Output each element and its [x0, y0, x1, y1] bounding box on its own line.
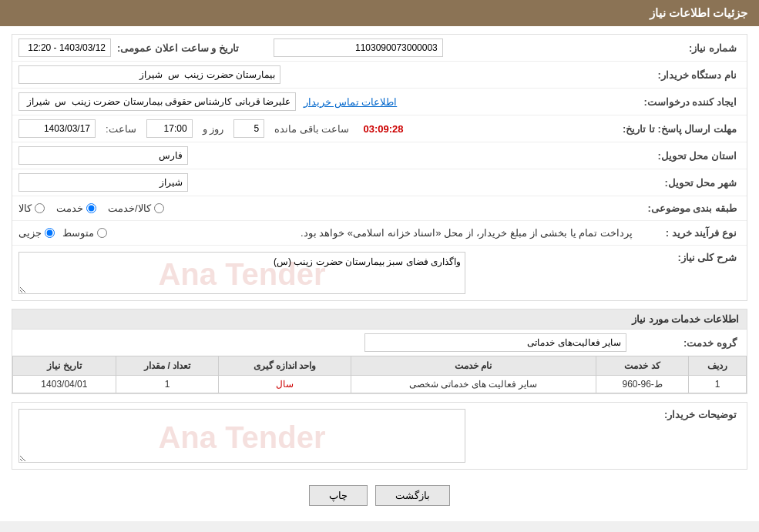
creator-input	[18, 92, 296, 111]
buyer-notes-box: Ana Tender	[18, 409, 633, 465]
process-row: نوع فرآیند خرید : پرداخت تمام یا بخشی از…	[12, 221, 747, 246]
deadline-remaining: 03:09:28	[363, 123, 403, 135]
group-service-row: گروه خدمت:	[12, 330, 747, 356]
city-value-box	[18, 173, 633, 192]
category-kala-khedmat[interactable]: کالا/خدمت	[108, 202, 164, 214]
description-row: شرح کلی نیاز: Ana Tender	[12, 246, 747, 300]
city-input	[18, 173, 188, 192]
page-title: جزئیات اطلاعات نیاز	[0, 0, 759, 26]
process-note: پرداخت تمام یا بخشی از مبلغ خریدار، از م…	[115, 227, 633, 239]
process-jozi[interactable]: جزیی	[18, 227, 55, 239]
buyer-notes-section: توضیحات خریدار: Ana Tender	[12, 402, 747, 470]
city-label: شهر محل تحویل:	[633, 177, 741, 189]
print-button[interactable]: چاپ	[309, 485, 368, 506]
description-wrapper: Ana Tender	[18, 252, 465, 296]
creator-value-box: اطلاعات تماس خریدار	[18, 92, 633, 111]
group-value-box	[364, 333, 626, 352]
cell-unit: سال	[219, 376, 351, 393]
description-label: شرح کلی نیاز:	[633, 252, 741, 263]
province-input	[18, 146, 188, 165]
deadline-time-input	[146, 119, 193, 138]
announce-label: تاریخ و ساعت اعلان عمومی:	[117, 42, 243, 54]
deadline-time-row: 03:09:28 ساعت باقی مانده روز و ساعت:	[18, 119, 623, 138]
col-service-code: کد خدمت	[596, 356, 688, 376]
col-row-num: ردیف	[689, 356, 747, 376]
main-form: شماره نیاز: تاریخ و ساعت اعلان عمومی: نا…	[12, 34, 747, 301]
group-input	[364, 333, 626, 352]
process-value-box: پرداخت تمام یا بخشی از مبلغ خریدار، از م…	[18, 227, 633, 239]
deadline-date-input	[18, 119, 96, 138]
creator-label: ایجاد کننده درخواست:	[633, 96, 741, 108]
deadline-time-label: ساعت:	[106, 123, 136, 135]
cell-service-name: سایر فعالیت های خدماتی شخصی	[351, 376, 596, 393]
page-wrapper: جزئیات اطلاعات نیاز شماره نیاز: تاریخ و …	[0, 0, 759, 521]
province-row: استان محل تحویل:	[12, 142, 747, 169]
category-kala[interactable]: کالا	[18, 202, 45, 214]
group-label: گروه خدمت:	[633, 337, 741, 349]
category-radio-group: کالا/خدمت خدمت کالا	[18, 202, 633, 214]
category-radio-kala-khedmat[interactable]	[154, 203, 164, 213]
need-number-label: شماره نیاز:	[633, 42, 741, 54]
category-khedmat[interactable]: خدمت	[56, 202, 96, 214]
back-button[interactable]: بازگشت	[375, 485, 450, 506]
creator-row: ایجاد کننده درخواست: اطلاعات تماس خریدار	[12, 89, 747, 115]
process-radio-motavsat[interactable]	[97, 228, 107, 238]
col-date: تاریخ نیاز	[13, 356, 116, 376]
category-khedmat-label: خدمت	[56, 202, 83, 214]
category-radio-kala[interactable]	[35, 203, 45, 213]
buyer-notes-row: توضیحات خریدار: Ana Tender	[12, 403, 747, 469]
need-number-row: شماره نیاز: تاریخ و ساعت اعلان عمومی:	[12, 35, 747, 62]
need-number-value-box	[274, 38, 633, 57]
need-number-input[interactable]	[274, 38, 443, 57]
category-row: طبقه بندی موضوعی: کالا/خدمت خدمت کالا	[12, 196, 747, 221]
buyer-org-input	[18, 65, 280, 84]
content-area: شماره نیاز: تاریخ و ساعت اعلان عمومی: نا…	[0, 26, 759, 521]
buyer-org-label: نام دستگاه خریدار:	[633, 69, 741, 81]
buyer-org-value-box	[18, 65, 633, 84]
table-row: 1 ط-96-960 سایر فعالیت های خدماتی شخصی س…	[13, 376, 747, 393]
buyer-notes-textarea[interactable]	[18, 409, 465, 463]
process-motavsat[interactable]: متوسط	[62, 227, 107, 239]
city-row: شهر محل تحویل:	[12, 169, 747, 196]
announce-input	[18, 38, 111, 57]
description-box: Ana Tender	[18, 252, 633, 296]
col-service-name: نام خدمت	[351, 356, 596, 376]
process-radio-jozi[interactable]	[45, 228, 55, 238]
category-kala-khedmat-label: کالا/خدمت	[108, 202, 151, 214]
services-section: اطلاعات خدمات مورد نیاز گروه خدمت: ردیف …	[12, 309, 747, 394]
cell-row-num: 1	[689, 376, 747, 393]
cell-service-code: ط-96-960	[596, 376, 688, 393]
buyer-notes-label: توضیحات خریدار:	[633, 409, 741, 420]
button-row: بازگشت چاپ	[12, 477, 747, 514]
buyer-org-row: نام دستگاه خریدار:	[12, 62, 747, 89]
deadline-remaining-label: ساعت باقی مانده	[274, 123, 349, 135]
province-label: استان محل تحویل:	[633, 150, 741, 162]
services-table: ردیف کد خدمت نام خدمت واحد اندازه گیری ت…	[12, 356, 747, 393]
category-label: طبقه بندی موضوعی:	[633, 202, 741, 214]
description-textarea[interactable]	[18, 252, 465, 294]
deadline-days-label: روز و	[203, 123, 224, 135]
deadline-label: مهلت ارسال پاسخ: تا تاریخ:	[623, 123, 741, 135]
deadline-row: مهلت ارسال پاسخ: تا تاریخ: 03:09:28 ساعت…	[12, 115, 747, 142]
services-title: اطلاعات خدمات مورد نیاز	[12, 309, 747, 330]
process-label: نوع فرآیند خرید :	[633, 227, 741, 239]
buyer-notes-wrapper: Ana Tender	[18, 409, 465, 465]
cell-quantity: 1	[116, 376, 219, 393]
col-unit: واحد اندازه گیری	[219, 356, 351, 376]
process-motavsat-label: متوسط	[62, 227, 94, 239]
category-radio-khedmat[interactable]	[86, 203, 96, 213]
province-value-box	[18, 146, 633, 165]
deadline-days-input	[233, 119, 264, 138]
process-radio-group: متوسط جزیی	[18, 227, 107, 239]
process-jozi-label: جزیی	[18, 227, 42, 239]
category-kala-label: کالا	[18, 202, 32, 214]
contact-link[interactable]: اطلاعات تماس خریدار	[304, 96, 397, 108]
cell-date: 1403/04/01	[13, 376, 116, 393]
col-quantity: تعداد / مقدار	[116, 356, 219, 376]
